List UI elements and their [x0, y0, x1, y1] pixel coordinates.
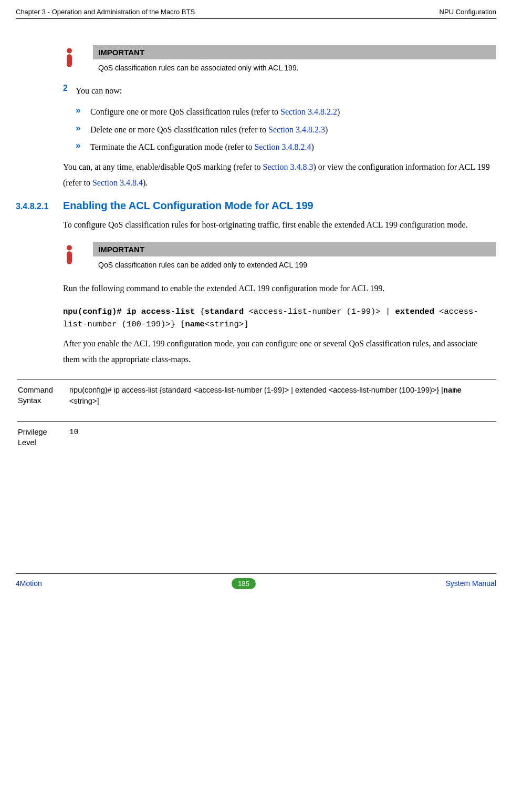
syntax-bold: name: [443, 386, 462, 395]
chevron-icon: »: [76, 140, 90, 154]
step-intro: You can now:: [76, 84, 496, 98]
footer-right: System Manual: [446, 579, 496, 588]
syntax-text: npu(config)# ip access-list {standard <a…: [69, 386, 443, 394]
cmd-text: <access-list-number (1-99)> |: [244, 307, 395, 316]
paragraph: To configure QoS classification rules fo…: [63, 217, 496, 233]
bullet-text: Delete one or more QoS classification ru…: [90, 125, 268, 134]
sub-bullet: » Delete one or more QoS classification …: [76, 123, 496, 137]
para-text: ).: [143, 178, 148, 187]
paragraph: After you enable the ACL 199 configurati…: [63, 336, 496, 367]
callout-title: IMPORTANT: [93, 242, 496, 256]
sub-bullet: » Configure one or more QoS classificati…: [76, 105, 496, 119]
cmd-bold: extended: [395, 307, 434, 316]
paragraph: You can, at any time, enable/disable QoS…: [63, 159, 496, 190]
section-heading: 3.4.8.2.1 Enabling the ACL Configuration…: [16, 200, 496, 212]
cmd-bold: standard: [205, 307, 244, 316]
svg-point-2: [67, 245, 72, 250]
para-text: You can, at any time, enable/disable QoS…: [63, 162, 263, 171]
paragraph: Run the following command to enable the …: [63, 281, 496, 296]
chevron-icon: »: [76, 105, 90, 119]
callout-title: IMPORTANT: [93, 45, 496, 59]
table-row: Privilege Level 10: [17, 422, 496, 463]
info-table: Command Syntax npu(config)# ip access-li…: [17, 379, 496, 463]
chevron-icon: »: [76, 123, 90, 137]
svg-point-0: [67, 48, 72, 54]
bullet-after: ): [337, 107, 340, 116]
section-link[interactable]: Section 3.4.8.2.2: [280, 107, 337, 116]
important-callout: IMPORTANT QoS classification rules can b…: [61, 242, 496, 270]
header-left: Chapter 3 - Operation and Administration…: [16, 8, 195, 16]
page-footer: 4Motion 185 System Manual: [16, 573, 496, 589]
svg-rect-3: [67, 251, 72, 264]
section-link[interactable]: Section 3.4.8.3: [263, 162, 314, 171]
section-link[interactable]: Section 3.4.8.2.4: [254, 142, 311, 151]
info-icon: [61, 45, 93, 73]
step-row: 2 You can now:: [63, 84, 496, 98]
sub-bullet: » Terminate the ACL configuration mode (…: [76, 140, 496, 154]
step-number: 2: [63, 84, 76, 98]
info-icon: [61, 242, 93, 270]
table-row: Command Syntax npu(config)# ip access-li…: [17, 379, 496, 422]
bullet-after: ): [325, 125, 328, 134]
section-title: Enabling the ACL Configuration Mode for …: [63, 200, 314, 212]
main-content: IMPORTANT QoS classification rules can b…: [16, 19, 496, 463]
cmd-bold: npu(config)# ip access-list: [63, 307, 195, 316]
row-label: Command Syntax: [17, 379, 68, 422]
section-link[interactable]: Section 3.4.8.4: [92, 178, 143, 187]
section-link[interactable]: Section 3.4.8.2.3: [268, 125, 325, 134]
header-right: NPU Configuration: [440, 8, 496, 16]
bullet-text: Configure one or more QoS classification…: [90, 107, 280, 116]
callout-text: QoS classification rules can be associat…: [93, 59, 496, 73]
syntax-text: <string>]: [69, 397, 99, 405]
section-number: 3.4.8.2.1: [16, 202, 63, 211]
svg-rect-1: [67, 54, 72, 67]
cmd-bold: name: [185, 320, 205, 329]
page-number-badge: 185: [232, 578, 256, 589]
row-label: Privilege Level: [17, 422, 68, 463]
row-value: npu(config)# ip access-list {standard <a…: [68, 379, 496, 422]
cmd-text: {: [195, 307, 205, 316]
row-value: 10: [68, 422, 496, 463]
bullet-text: Terminate the ACL configuration mode (re…: [90, 142, 254, 151]
page-header: Chapter 3 - Operation and Administration…: [16, 8, 496, 19]
footer-left: 4Motion: [16, 579, 42, 588]
important-callout: IMPORTANT QoS classification rules can b…: [61, 45, 496, 73]
bullet-after: ): [311, 142, 314, 151]
command-block: npu(config)# ip access-list {standard <a…: [63, 305, 496, 331]
cmd-text: <string>]: [205, 320, 249, 329]
callout-text: QoS classification rules can be added on…: [93, 256, 496, 270]
